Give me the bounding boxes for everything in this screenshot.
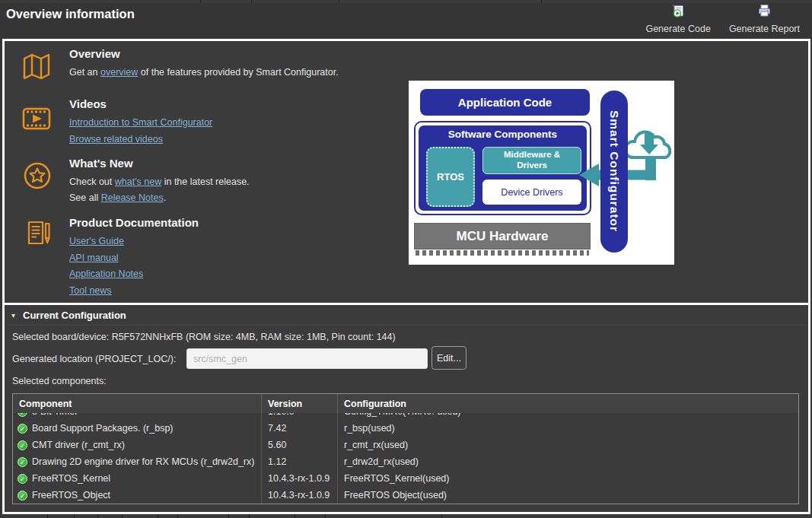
api-manual-link[interactable]: API manual: [69, 253, 119, 263]
column-header-configuration[interactable]: Configuration: [338, 394, 798, 413]
generate-report-label: Generate Report: [729, 24, 800, 34]
component-configuration: r_drw2d_rx(used): [344, 456, 419, 467]
component-configuration: FreeRTOS Object(used): [344, 490, 447, 501]
whats-new-star-icon: [23, 161, 53, 192]
component-checked-icon: ✓: [18, 424, 27, 434]
component-version: 7.42: [268, 423, 286, 434]
architecture-diagram: Application Code Software Components RTO…: [409, 81, 674, 265]
release-notes-text: See all: [69, 192, 101, 203]
videos-title: Videos: [69, 97, 404, 110]
component-checked-icon: ✓: [18, 413, 27, 417]
tool-news-link[interactable]: Tool news: [69, 285, 112, 296]
component-name: CMT driver (r_cmt_rx): [32, 440, 125, 450]
videos-section: Videos Introduction to Smart Configurato…: [69, 97, 404, 148]
table-row[interactable]: ✓Board Support Packages. (r_bsp) 7.42 r_…: [13, 420, 798, 437]
component-checked-icon: ✓: [18, 440, 27, 450]
edit-button[interactable]: Edit...: [431, 346, 467, 370]
generate-code-icon: [671, 4, 686, 21]
current-configuration-title: Current Configuration: [23, 305, 126, 326]
component-checked-icon: ✓: [18, 457, 27, 467]
table-row[interactable]: ✓FreeRTOS_Object 10.4.3-rx-1.0.9 FreeRTO…: [13, 487, 798, 504]
browse-related-videos-link[interactable]: Browse related videos: [69, 134, 163, 145]
table-row[interactable]: ✓8-Bit Timer 1.10.0 Config_TMR0(TMR0: us…: [13, 413, 798, 420]
components-table: Component Version Configuration ✓8-Bit T…: [12, 393, 799, 504]
whats-new-text-suffix: in the latest release.: [161, 176, 249, 187]
overview-text-suffix: of the features provided by Smart Config…: [138, 67, 338, 78]
current-configuration-header[interactable]: ▾ Current Configuration: [5, 305, 808, 326]
component-version: 10.4.3-rx-1.0.9: [268, 490, 330, 501]
column-header-version[interactable]: Version: [262, 394, 338, 413]
whats-new-link[interactable]: what's new: [115, 176, 161, 187]
component-checked-icon: ✓: [18, 491, 27, 501]
generate-report-button[interactable]: Generate Report: [729, 4, 800, 34]
component-configuration: Config_TMR0(TMR0: used): [344, 413, 461, 417]
component-version: 1.12: [268, 456, 286, 467]
collapse-caret-icon: ▾: [11, 305, 15, 326]
whats-new-section: What's New Check out what's new in the l…: [69, 157, 404, 206]
editor-frame: Overview Get an overview of the features…: [2, 39, 810, 514]
component-version: 10.4.3-rx-1.0.9: [268, 473, 330, 484]
components-table-body: ✓8-Bit Timer 1.10.0 Config_TMR0(TMR0: us…: [13, 413, 798, 504]
map-icon: [21, 52, 52, 82]
overview-link[interactable]: overview: [100, 67, 138, 78]
component-name: 8-Bit Timer: [32, 413, 78, 417]
overview-section: Overview Get an overview of the features…: [69, 47, 404, 81]
component-version: 1.10.0: [268, 413, 295, 417]
overview-title: Overview: [69, 47, 404, 60]
generate-code-label: Generate Code: [645, 24, 710, 34]
whats-new-text: Check out: [69, 176, 115, 187]
intro-smart-configurator-link[interactable]: Introduction to Smart Configurator: [69, 117, 212, 128]
overview-panel: Overview Get an overview of the features…: [5, 41, 808, 303]
component-name: FreeRTOS_Kernel: [32, 473, 110, 484]
release-notes-text-suffix: .: [164, 192, 166, 203]
overview-text: Get an: [69, 67, 100, 78]
smart-configurator-pill: Smart Configurator: [600, 91, 628, 253]
selected-board-device-text: Selected board/device: R5F572NNHxFB (ROM…: [12, 332, 396, 342]
component-name: FreeRTOS_Object: [32, 490, 110, 501]
smart-configurator-label: Smart Configurator: [607, 110, 621, 232]
page-title: Overview information: [6, 7, 135, 21]
column-header-component[interactable]: Component: [13, 394, 262, 413]
whats-new-title: What's New: [69, 157, 404, 170]
component-configuration: FreeRTOS_Kernel(used): [344, 473, 450, 484]
application-notes-link[interactable]: Application Notes: [69, 269, 143, 279]
component-version: 5.60: [268, 440, 286, 450]
component-configuration: r_cmt_rx(used): [344, 440, 408, 450]
top-tab-strip: [0, 0, 812, 3]
bottom-tab-strip: [0, 514, 812, 518]
release-notes-link[interactable]: Release Notes: [101, 192, 164, 203]
current-configuration-panel: ▾ Current Configuration Selected board/d…: [5, 303, 808, 510]
components-table-header: Component Version Configuration: [13, 394, 798, 413]
component-checked-icon: ✓: [18, 474, 27, 484]
table-row[interactable]: ✓Drawing 2D engine driver for RX MCUs (r…: [13, 453, 798, 470]
component-name: Drawing 2D engine driver for RX MCUs (r_…: [32, 456, 254, 467]
generated-location-input[interactable]: [186, 348, 428, 369]
component-configuration: r_bsp(used): [344, 423, 395, 434]
product-documentation-title: Product Documentation: [69, 216, 404, 229]
table-row[interactable]: ✓FreeRTOS_Kernel 10.4.3-rx-1.0.9 FreeRTO…: [13, 470, 798, 487]
smart-configurator-window: Overview information Generate Code: [0, 0, 812, 518]
table-row[interactable]: ✓CMT driver (r_cmt_rx) 5.60 r_cmt_rx(use…: [13, 437, 798, 453]
generate-report-icon: [757, 4, 772, 21]
video-icon: [21, 103, 52, 134]
cloud-download-arrow: [409, 81, 674, 265]
component-name: Board Support Packages. (r_bsp): [32, 423, 174, 434]
documentation-icon: [23, 218, 53, 248]
generate-code-button[interactable]: Generate Code: [645, 4, 710, 34]
selected-components-label: Selected components:: [12, 376, 107, 386]
title-bar: Overview information Generate Code: [0, 0, 812, 39]
product-documentation-section: Product Documentation User's Guide API m…: [69, 216, 404, 299]
toolbar-actions: Generate Code Generate Report: [645, 4, 800, 34]
users-guide-link[interactable]: User's Guide: [69, 236, 124, 246]
generated-location-label: Generated location (PROJECT_LOC/):: [12, 354, 176, 364]
